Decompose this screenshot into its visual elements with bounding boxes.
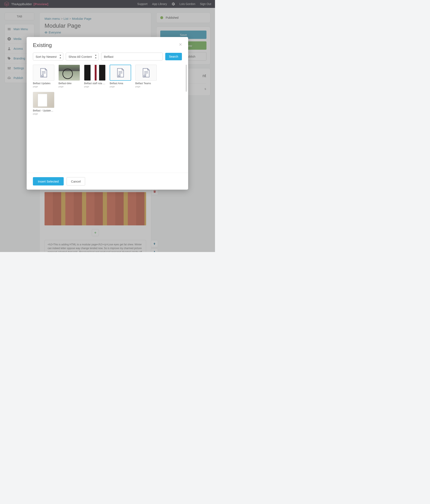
result-thumbnail xyxy=(135,65,157,81)
result-item[interactable]: Belfast-bikepage xyxy=(58,65,80,88)
modal-close-button[interactable]: × xyxy=(179,42,182,47)
result-item[interactable]: Belfast staff rota ar…page xyxy=(84,65,105,88)
modal-filter-row: Sort by Newest Show All Content Search xyxy=(27,51,188,65)
svg-rect-6 xyxy=(42,75,43,77)
content-filter-select[interactable]: Show All Content xyxy=(66,53,99,61)
result-title: Belfast-bike xyxy=(58,82,80,85)
result-thumbnail xyxy=(58,65,80,81)
result-type: page xyxy=(33,112,54,115)
result-type: page xyxy=(58,85,80,88)
result-title: Belfast - Updates t… xyxy=(33,109,54,112)
search-button[interactable]: Search xyxy=(165,53,182,60)
result-item[interactable]: Belfast - Updates t…page xyxy=(33,92,54,115)
result-item[interactable]: Belfast Areapage xyxy=(110,65,131,88)
results-scrollbar[interactable] xyxy=(186,65,187,92)
result-thumbnail xyxy=(33,65,54,81)
svg-rect-7 xyxy=(118,75,120,77)
result-title: Belfast staff rota ar… xyxy=(84,82,105,85)
insert-selected-button[interactable]: Insert Selected xyxy=(33,177,64,185)
modal-header: Existing × xyxy=(27,37,188,51)
modal-title: Existing xyxy=(33,42,52,48)
search-input[interactable] xyxy=(101,53,163,61)
result-thumbnail xyxy=(110,65,131,81)
svg-rect-8 xyxy=(144,75,146,77)
result-type: page xyxy=(110,85,131,88)
result-item[interactable]: Belfast Updatespage xyxy=(33,65,54,88)
result-type: page xyxy=(135,85,157,88)
sort-select[interactable]: Sort by Newest xyxy=(33,53,63,61)
filter-select-wrap: Show All Content xyxy=(66,53,99,61)
result-title: Belfast Updates xyxy=(33,82,54,85)
modal-footer: Insert Selected Cancel xyxy=(27,173,188,190)
result-type: page xyxy=(84,85,105,88)
results-grid: Belfast UpdatespageBelfast-bikepageBelfa… xyxy=(27,65,188,173)
cancel-button[interactable]: Cancel xyxy=(67,177,85,185)
result-item[interactable]: Belfast Teamspage xyxy=(135,65,157,88)
result-thumbnail xyxy=(84,65,105,81)
result-title: Belfast Area xyxy=(110,82,131,85)
result-title: Belfast Teams xyxy=(135,82,157,85)
result-thumbnail xyxy=(33,92,54,108)
existing-content-modal: Existing × Sort by Newest Show All Conte… xyxy=(27,37,188,190)
sort-select-wrap: Sort by Newest xyxy=(33,53,63,61)
result-type: page xyxy=(33,85,54,88)
